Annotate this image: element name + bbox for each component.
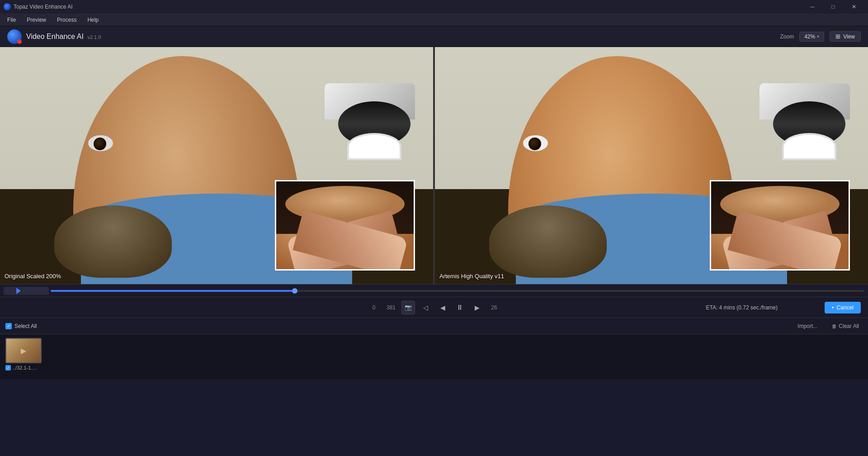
frame-end: 381 (384, 304, 398, 311)
frame-back-button[interactable]: ◁ (419, 301, 432, 314)
playback-bar (0, 284, 868, 297)
bottom-right-controls: Import... 🗑 Clear All (794, 321, 863, 331)
view-button[interactable]: ⊞ View (830, 31, 861, 42)
inset-face-left (276, 181, 414, 269)
controls-bar: 0 381 📷 ◁ ◀ ⏸ ▶ 26 ETA: 4 mins (0.72 sec… (0, 297, 868, 318)
minimize-button[interactable]: ─ (802, 0, 823, 14)
inset-face-right (711, 181, 849, 269)
headerbar: Video Enhance AI v2.1.0 Zoom 42% ⊞ View (0, 26, 868, 47)
eta-info: ETA: 4 mins (0.72 sec./frame) (706, 304, 778, 311)
select-all-control[interactable]: ✓ Select All (5, 323, 37, 329)
list-item[interactable]: ✓ ../32.1-1.mp4 (5, 338, 42, 370)
menubar: File Preview Process Help (0, 14, 868, 26)
app-title: Video Enhance AI v2.1.0 (26, 33, 780, 41)
menu-process[interactable]: Process (52, 15, 82, 25)
timeline-track[interactable] (51, 290, 864, 292)
menu-help[interactable]: Help (82, 15, 104, 25)
select-all-label: Select All (14, 323, 37, 329)
inset-thumb-right (710, 180, 850, 271)
video-panel-original: Original Scaled 200% (0, 47, 433, 284)
video-label-processed: Artemis High Quality v11 (439, 273, 504, 280)
screenshot-button[interactable]: 📷 (401, 301, 415, 314)
video-bg-original (0, 47, 433, 284)
clear-all-button[interactable]: 🗑 Clear All (828, 321, 863, 331)
import-button[interactable]: Import... (794, 321, 821, 331)
close-button[interactable]: ✕ (844, 0, 864, 14)
frame-current: 26 (487, 304, 501, 311)
version-label: v2.1.0 (87, 34, 101, 40)
app-logo (7, 29, 22, 44)
file-info: ✓ ../32.1-1.mp4 (5, 365, 42, 370)
window-controls: ─ □ ✕ (802, 0, 864, 14)
menu-preview[interactable]: Preview (21, 15, 52, 25)
maximize-button[interactable]: □ (823, 0, 844, 14)
pause-button[interactable]: ⏸ (453, 301, 467, 314)
timeline-progress (51, 290, 295, 292)
menu-file[interactable]: File (2, 15, 21, 25)
zoom-control[interactable]: 42% (799, 32, 824, 42)
equipment-right (760, 83, 850, 196)
video-panel-processed: Artemis High Quality v11 (433, 47, 868, 284)
titlebar: Topaz Video Enhance AI ─ □ ✕ (0, 0, 868, 14)
cancel-button[interactable]: Cancel (825, 302, 861, 314)
video-area: Original Scaled 200% (0, 47, 868, 284)
frame-next-button[interactable]: ▶ (470, 301, 484, 314)
equipment-left (325, 83, 415, 196)
header-right: Zoom 42% ⊞ View (780, 31, 861, 42)
file-browser: ✓ ../32.1-1.mp4 (0, 334, 868, 379)
video-label-original: Original Scaled 200% (5, 273, 61, 280)
timeline-thumb[interactable] (292, 288, 297, 294)
zoom-label: Zoom (780, 33, 794, 40)
frame-start: 0 (367, 304, 381, 311)
title-text: Topaz Video Enhance AI (14, 4, 802, 10)
video-bg-processed (435, 47, 868, 284)
frame-prev-button[interactable]: ◀ (436, 301, 449, 314)
file-checkbox[interactable]: ✓ (5, 365, 11, 370)
inset-thumb-left (275, 180, 415, 271)
file-thumbnail (5, 338, 42, 363)
app-icon (4, 3, 11, 10)
select-all-checkbox[interactable]: ✓ (5, 323, 12, 329)
file-name: ../32.1-1.mp4 (13, 365, 40, 370)
bottom-toolbar: ✓ Select All Import... 🗑 Clear All (0, 318, 868, 334)
